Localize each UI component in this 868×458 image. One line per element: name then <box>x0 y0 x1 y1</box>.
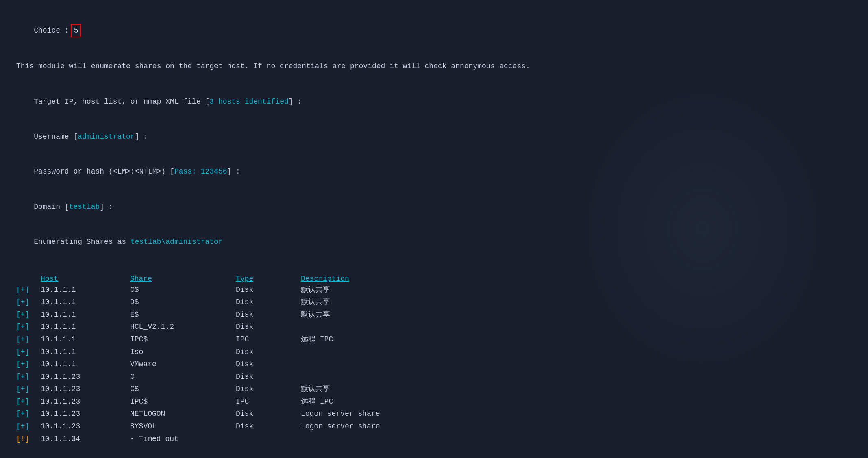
row-type: Disk <box>236 383 301 395</box>
row-share: - Timed out <box>130 433 236 445</box>
table-row: [+] 10.1.1.1 E$ Disk 默认共享 <box>16 308 852 321</box>
row-desc: Logon server share <box>301 420 852 433</box>
password-label: Password or hash (<LM>:<NTLM>) [ <box>34 167 174 176</box>
row-host: 10.1.1.23 <box>41 395 130 408</box>
row-prefix: [+] <box>16 308 41 321</box>
enumerating-label: Enumerating Shares as <box>34 238 131 246</box>
row-prefix: [+] <box>16 296 41 308</box>
row-type: Disk <box>236 296 301 308</box>
choice-label: Choice : <box>34 26 69 35</box>
row-type: Disk <box>236 321 301 333</box>
username-label: Username [ <box>34 132 78 141</box>
target-ip-value: 3 hosts identified <box>209 98 288 106</box>
domain-line: Domain [testlab] : <box>16 189 852 224</box>
row-desc <box>301 358 852 371</box>
table-row: [+] 10.1.1.23 SYSVOL Disk Logon server s… <box>16 420 852 433</box>
table-row: [+] 10.1.1.1 Iso Disk <box>16 346 852 358</box>
shares-table: Host Share Type Description [+] 10.1.1.1… <box>16 275 852 445</box>
choice-line: Choice :5 <box>16 12 852 49</box>
row-host: 10.1.1.1 <box>41 296 130 308</box>
target-ip-line: Target IP, host list, or nmap XML file [… <box>16 84 852 119</box>
domain-end: ] : <box>100 203 113 211</box>
enumerating-line: Enumerating Shares as testlab\administra… <box>16 224 852 259</box>
terminal: Choice :5 This module will enumerate sha… <box>16 12 852 458</box>
row-host: 10.1.1.1 <box>41 333 130 346</box>
row-host: 10.1.1.23 <box>41 383 130 395</box>
table-row: [+] 10.1.1.23 C Disk <box>16 371 852 383</box>
col-share-header: Share <box>130 275 236 283</box>
password-end: ] : <box>227 167 240 176</box>
row-desc: 默认共享 <box>301 296 852 308</box>
table-rows-container: [+] 10.1.1.1 C$ Disk 默认共享 [+] 10.1.1.1 D… <box>16 284 852 445</box>
username-line: Username [administrator] : <box>16 119 852 154</box>
choice-value: 5 <box>71 24 82 37</box>
row-desc: 远程 IPC <box>301 395 852 408</box>
row-prefix: [+] <box>16 395 41 408</box>
row-type <box>236 433 301 445</box>
row-prefix: [+] <box>16 284 41 296</box>
row-share: Iso <box>130 346 236 358</box>
row-share: C$ <box>130 383 236 395</box>
row-share: VMware <box>130 358 236 371</box>
row-type: Disk <box>236 284 301 296</box>
row-prefix: [!] <box>16 433 41 445</box>
enumerating-value: testlab\administrator <box>131 238 223 246</box>
row-host: 10.1.1.1 <box>41 321 130 333</box>
row-type: Disk <box>236 408 301 420</box>
table-row: [+] 10.1.1.1 HCL_V2.1.2 Disk <box>16 321 852 333</box>
row-host: 10.1.1.1 <box>41 284 130 296</box>
row-share: D$ <box>130 296 236 308</box>
row-type: Disk <box>236 358 301 371</box>
row-share: NETLOGON <box>130 408 236 420</box>
table-row: [+] 10.1.1.1 D$ Disk 默认共享 <box>16 296 852 308</box>
row-prefix: [+] <box>16 420 41 433</box>
row-type: Disk <box>236 371 301 383</box>
row-type: IPC <box>236 395 301 408</box>
row-prefix: [+] <box>16 383 41 395</box>
table-row: [+] 10.1.1.1 C$ Disk 默认共享 <box>16 284 852 296</box>
table-row: [+] 10.1.1.23 NETLOGON Disk Logon server… <box>16 408 852 420</box>
row-type: Disk <box>236 420 301 433</box>
row-share: HCL_V2.1.2 <box>130 321 236 333</box>
description-line: This module will enumerate shares on the… <box>16 61 852 72</box>
row-host: 10.1.1.1 <box>41 308 130 321</box>
password-line: Password or hash (<LM>:<NTLM>) [Pass: 12… <box>16 154 852 189</box>
domain-label: Domain [ <box>34 203 69 211</box>
row-share: E$ <box>130 308 236 321</box>
row-desc: 远程 IPC <box>301 333 852 346</box>
row-prefix: [+] <box>16 358 41 371</box>
row-share: C$ <box>130 284 236 296</box>
col-desc-header: Description <box>301 275 852 283</box>
row-host: 10.1.1.1 <box>41 358 130 371</box>
target-ip-end: ] : <box>289 98 302 106</box>
target-ip-label: Target IP, host list, or nmap XML file [ <box>34 98 209 106</box>
row-host: 10.1.1.23 <box>41 371 130 383</box>
row-host: 10.1.1.34 <box>41 433 130 445</box>
row-prefix: [+] <box>16 371 41 383</box>
row-desc: Logon server share <box>301 408 852 420</box>
row-type: Disk <box>236 308 301 321</box>
table-header-row: Host Share Type Description <box>16 275 852 283</box>
domain-value: testlab <box>69 203 100 211</box>
row-desc: 默认共享 <box>301 383 852 395</box>
row-desc <box>301 433 852 445</box>
row-share: SYSVOL <box>130 420 236 433</box>
row-prefix: [+] <box>16 408 41 420</box>
row-type: IPC <box>236 333 301 346</box>
username-value: administrator <box>78 132 135 141</box>
table-row: [+] 10.1.1.1 VMware Disk <box>16 358 852 371</box>
row-share: C <box>130 371 236 383</box>
row-host: 10.1.1.23 <box>41 420 130 433</box>
table-row: [+] 10.1.1.1 IPC$ IPC 远程 IPC <box>16 333 852 346</box>
row-prefix: [+] <box>16 346 41 358</box>
col-host-header: Host <box>41 275 130 283</box>
password-value: Pass: 123456 <box>174 167 227 176</box>
col-prefix-header <box>16 275 41 283</box>
row-desc <box>301 346 852 358</box>
col-type-header: Type <box>236 275 301 283</box>
row-type: Disk <box>236 346 301 358</box>
row-desc: 默认共享 <box>301 284 852 296</box>
username-end: ] : <box>135 132 148 141</box>
row-desc <box>301 321 852 333</box>
row-desc: 默认共享 <box>301 308 852 321</box>
